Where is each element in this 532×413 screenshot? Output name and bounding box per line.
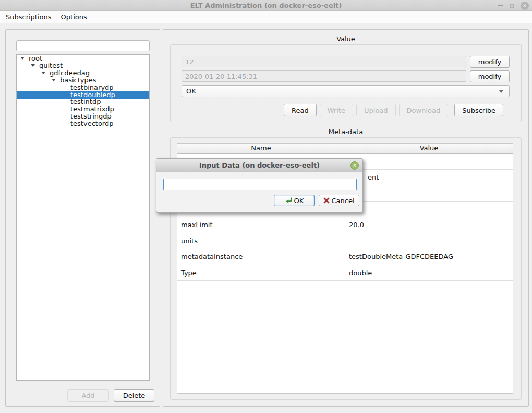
read-button[interactable]: Read xyxy=(284,104,317,116)
value-section-title: Value xyxy=(163,35,528,43)
meta-value-cell xyxy=(345,185,513,201)
quality-select[interactable]: OK xyxy=(182,85,510,97)
datapoint-tree: rootguitestgdfcdeedagbasictypestestbinar… xyxy=(16,54,150,381)
dialog-close-icon[interactable]: ✕ xyxy=(350,161,359,170)
tree-item-label: guitest xyxy=(39,62,63,69)
ok-button-label: OK xyxy=(294,197,304,205)
column-header-name[interactable]: Name xyxy=(177,144,345,153)
column-header-value[interactable]: Value xyxy=(345,144,513,153)
expander-icon[interactable] xyxy=(52,79,56,81)
meta-value-cell: testDoubleMeta-GDFCDEEDAG xyxy=(345,249,513,265)
meta-name-cell: Type xyxy=(177,265,345,281)
expander-icon[interactable] xyxy=(20,57,25,60)
tree-item-label: root xyxy=(29,54,42,62)
tree-item-testmatrixdp[interactable]: testmatrixdp xyxy=(17,105,149,113)
meta-value-cell: 20.0 xyxy=(345,217,513,233)
write-button: Write xyxy=(320,104,353,116)
value-actions: ReadWriteUploadDownloadSubscribe xyxy=(284,104,503,116)
cancel-x-icon xyxy=(323,197,330,204)
dialog-title: Input Data (on docker-eso-eelt) xyxy=(156,159,362,172)
table-row[interactable]: metadataInstancetestDoubleMeta-GDFCDEEDA… xyxy=(177,249,513,265)
tree-item-basictypes[interactable]: basictypes xyxy=(17,76,149,84)
tree-item-gdfcdeedag[interactable]: gdfcdeedag xyxy=(17,69,149,77)
metadata-section-title: Meta-data xyxy=(163,128,528,136)
chevron-down-icon xyxy=(499,90,503,93)
meta-name-cell: metadataInstance xyxy=(177,249,345,265)
minimize-icon[interactable] xyxy=(498,5,503,6)
delete-button[interactable]: Delete xyxy=(114,389,154,402)
tree-item-testbinarydp[interactable]: testbinarydp xyxy=(17,84,149,91)
meta-value-cell: ent xyxy=(345,170,513,185)
expander-icon[interactable] xyxy=(31,64,35,67)
meta-name-cell: units xyxy=(177,233,345,249)
modify-timestamp-button[interactable]: modify xyxy=(470,70,510,82)
maximize-icon[interactable] xyxy=(510,4,514,8)
tree-item-teststringdp[interactable]: teststringdp xyxy=(17,112,149,120)
menubar: SubscriptionsOptions xyxy=(0,11,532,23)
titlebar[interactable]: ELT Administration (on docker-eso-eelt) … xyxy=(0,0,532,11)
tree-item-label: testdoubledp xyxy=(70,91,115,99)
meta-value-cell xyxy=(345,154,513,169)
cancel-button-label: Cancel xyxy=(331,197,354,205)
cancel-button[interactable]: Cancel xyxy=(319,195,359,206)
metadata-table-header: Name Value xyxy=(177,144,513,154)
tree-item-label: testintdp xyxy=(70,98,101,105)
tree-item-label: testbinarydp xyxy=(70,84,114,91)
tree-item-label: teststringdp xyxy=(70,112,112,120)
tree-panel: rootguitestgdfcdeedagbasictypestestbinar… xyxy=(5,29,160,407)
tree-item-root[interactable]: root xyxy=(17,54,149,62)
tree-item-label: testvectordp xyxy=(70,120,113,127)
value-field xyxy=(182,56,466,67)
tree-item-testintdp[interactable]: testintdp xyxy=(17,98,149,105)
meta-value-cell xyxy=(345,202,513,217)
search-input[interactable] xyxy=(16,40,150,51)
tree-item-label: testmatrixdp xyxy=(70,105,114,113)
tree-item-guitest[interactable]: guitest xyxy=(17,62,149,69)
download-button: Download xyxy=(399,104,449,116)
modify-value-button[interactable]: modify xyxy=(470,56,510,68)
tree-item-testdoubledp[interactable]: testdoubledp xyxy=(17,91,149,99)
timestamp-field xyxy=(182,70,466,82)
quality-selected-value: OK xyxy=(186,87,196,95)
expander-icon[interactable] xyxy=(41,72,45,74)
table-row[interactable]: maxLimit20.0 xyxy=(177,217,513,233)
close-icon[interactable]: ✕ xyxy=(521,2,529,10)
window-title: ELT Administration (on docker-eso-eelt) xyxy=(0,0,532,11)
meta-value-cell xyxy=(345,233,513,249)
menu-subscriptions[interactable]: Subscriptions xyxy=(1,11,56,23)
add-button: Add xyxy=(67,389,109,402)
text-caret xyxy=(166,181,166,188)
value-groupbox: modify modify OK ReadWriteUploadDownload… xyxy=(170,44,522,122)
table-row[interactable]: units xyxy=(177,233,513,250)
tree-item-label: gdfcdeedag xyxy=(50,69,90,77)
subscribe-button[interactable]: Subscribe xyxy=(454,104,503,116)
dialog-text-input[interactable] xyxy=(163,179,357,190)
table-row[interactable]: Typedouble xyxy=(177,265,513,281)
tree-item-testvectordp[interactable]: testvectordp xyxy=(17,120,149,127)
meta-value-cell: double xyxy=(345,265,513,281)
meta-name-cell: maxLimit xyxy=(177,217,345,233)
dialog-titlebar[interactable]: Input Data (on docker-eso-eelt) ✕ xyxy=(156,159,362,172)
input-data-dialog: Input Data (on docker-eso-eelt) ✕ OK Can… xyxy=(156,158,363,213)
ok-button[interactable]: OK xyxy=(274,195,315,206)
window-controls: ✕ xyxy=(498,0,529,11)
tree-item-label: basictypes xyxy=(60,76,96,84)
ok-arrow-icon xyxy=(285,197,293,204)
upload-button: Upload xyxy=(356,104,396,116)
detail-panel: Value modify modify OK ReadWriteUploadDo… xyxy=(163,29,529,407)
menu-options[interactable]: Options xyxy=(56,11,92,23)
